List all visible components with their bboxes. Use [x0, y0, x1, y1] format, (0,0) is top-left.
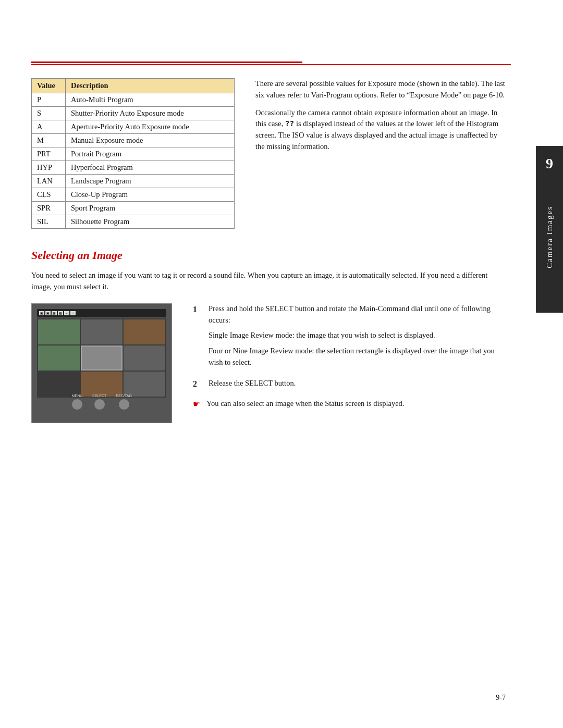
table-row: MManual Exposure mode [32, 134, 235, 147]
section-intro: You need to select an image if you want … [31, 269, 506, 293]
table-cell-value: P [32, 93, 66, 107]
description-para1: There are several possible values for Ex… [255, 78, 506, 101]
step-2-text: Release the SELECT button. [209, 378, 506, 393]
table-cell-description: Portrait Program [66, 147, 235, 161]
cam-cell-4 [38, 346, 80, 371]
table-section: Value Description PAuto-Multi ProgramSSh… [31, 78, 506, 229]
table-cell-description: Manual Exposure mode [66, 134, 235, 147]
steps-area: ▣ ▣ ▦ ▦ ≡ ○ [31, 303, 506, 423]
note-text: You can also select an image when the St… [206, 398, 506, 410]
note-arrow-icon: ☛ [193, 398, 201, 411]
table-cell-value: SPR [32, 202, 66, 215]
cam-cell-5 [81, 346, 123, 371]
cam-cell-8 [81, 372, 123, 397]
step-1-number: 1 [193, 303, 203, 373]
table-cell-value: SIL [32, 215, 66, 229]
table-cell-value: S [32, 107, 66, 120]
cam-cell-9 [124, 372, 165, 397]
table-row: HYPHyperfocal Program [32, 161, 235, 175]
cam-cell-3 [124, 319, 165, 344]
step-1-sub2: Four or Nine Image Review mode: the sele… [209, 346, 506, 368]
cam-icon-4: ▦ [58, 311, 63, 315]
table-cell-description: Auto-Multi Program [66, 93, 235, 107]
cam-btn-rectag: REC/TAG [116, 394, 132, 410]
table-header-description: Description [66, 79, 235, 93]
table-row: PAuto-Multi Program [32, 93, 235, 107]
cam-cell-7 [38, 372, 80, 397]
step-1-text: Press and hold the SELECT button and rot… [209, 303, 506, 373]
table-cell-description: Landscape Program [66, 175, 235, 188]
step-2-main: Release the SELECT button. [209, 378, 506, 389]
table-row: SILSilhouette Program [32, 215, 235, 229]
camera-illustration: ▣ ▣ ▦ ▦ ≡ ○ [31, 303, 172, 423]
camera-image-box: ▣ ▣ ▦ ▦ ≡ ○ [31, 303, 172, 423]
cam-icon-3: ▦ [52, 311, 57, 315]
main-content: Value Description PAuto-Multi ProgramSSh… [31, 73, 506, 423]
cam-icon-2: ▣ [45, 311, 51, 315]
page: 9 Camera Images Value Description PAuto-… [0, 0, 563, 728]
cam-cell-6 [124, 346, 165, 371]
camera-screen [37, 318, 166, 398]
table-row: SPRSport Program [32, 202, 235, 215]
red-line-thin [31, 64, 511, 65]
top-decorative-lines [31, 61, 511, 65]
table-description: There are several possible values for Ex… [255, 78, 506, 229]
cam-cell-1 [38, 319, 80, 344]
table-cell-description: Sport Program [66, 202, 235, 215]
step-2-number: 2 [193, 378, 203, 393]
table-cell-description: Aperture-Priority Auto Exposure mode [66, 120, 235, 134]
table-cell-value: A [32, 120, 66, 134]
table-cell-description: Silhouette Program [66, 215, 235, 229]
table-row: SShutter-Priority Auto Exposure mode [32, 107, 235, 120]
steps-content: 1 Press and hold the SELECT button and r… [193, 303, 506, 423]
table-row: CLSClose-Up Program [32, 188, 235, 202]
table-cell-value: M [32, 134, 66, 147]
cam-btn-menu: MENU [71, 394, 83, 410]
chapter-label: Camera Images [545, 206, 554, 268]
table-cell-description: Shutter-Priority Auto Exposure mode [66, 107, 235, 120]
description-para2: Occasionally the camera cannot obtain ex… [255, 107, 506, 153]
table-row: PRTPortrait Program [32, 147, 235, 161]
cam-btn-select: SELECT [92, 394, 106, 410]
table-row: LANLandscape Program [32, 175, 235, 188]
table-cell-value: LAN [32, 175, 66, 188]
red-line-thick [31, 61, 302, 63]
cam-icon-5: ≡ [64, 311, 69, 315]
step-1-sub1: Single Image Review mode: the image that… [209, 330, 506, 341]
table-container: Value Description PAuto-Multi ProgramSSh… [31, 78, 235, 229]
chapter-number: 9 [546, 155, 553, 172]
note-item: ☛ You can also select an image when the … [193, 398, 506, 411]
table-cell-value: HYP [32, 161, 66, 175]
cam-cell-2 [81, 319, 123, 344]
cam-icon-1: ▣ [39, 311, 44, 315]
section-title: Selecting an Image [31, 249, 506, 262]
step-1-main: Press and hold the SELECT button and rot… [209, 303, 506, 326]
table-header-value: Value [32, 79, 66, 93]
table-row: AAperture-Priority Auto Exposure mode [32, 120, 235, 134]
table-cell-value: PRT [32, 147, 66, 161]
camera-buttons: MENU SELECT REC/TAG [71, 394, 132, 410]
page-number: 9-7 [496, 694, 506, 702]
exposure-table: Value Description PAuto-Multi ProgramSSh… [31, 78, 235, 229]
camera-toolbar: ▣ ▣ ▦ ▦ ≡ ○ [37, 309, 166, 317]
table-cell-value: CLS [32, 188, 66, 202]
table-cell-description: Close-Up Program [66, 188, 235, 202]
step-2: 2 Release the SELECT button. [193, 378, 506, 393]
table-cell-description: Hyperfocal Program [66, 161, 235, 175]
step-1: 1 Press and hold the SELECT button and r… [193, 303, 506, 373]
cam-icon-6: ○ [70, 311, 76, 315]
chapter-tab: 9 Camera Images [536, 146, 563, 313]
